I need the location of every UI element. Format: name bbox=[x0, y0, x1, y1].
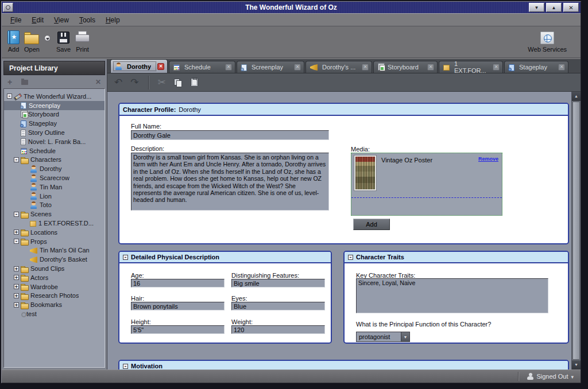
vertical-scrollbar[interactable]: ▲ ▼ bbox=[571, 92, 581, 369]
tree-item-novel[interactable]: Novel: L. Frank Ba... bbox=[4, 137, 105, 146]
print-button[interactable]: Print bbox=[75, 29, 90, 53]
collapse-icon[interactable] bbox=[123, 364, 128, 369]
tab-dorothy[interactable]: Dorothy bbox=[110, 59, 168, 73]
tree-item-sound-clips[interactable]: Sound Clips bbox=[4, 264, 105, 273]
tree-item-locations[interactable]: Locations bbox=[4, 228, 105, 237]
caret-down-icon[interactable] bbox=[571, 373, 574, 380]
panel-title: Character Traits bbox=[356, 254, 404, 260]
media-item-title: Vintage Oz Poster bbox=[381, 157, 432, 164]
add-item-icon[interactable] bbox=[7, 77, 12, 87]
tree-item-bookmarks[interactable]: Bookmarks bbox=[4, 300, 105, 309]
remove-link[interactable]: Remove bbox=[478, 156, 498, 162]
scroll-down-icon[interactable]: ▼ bbox=[572, 360, 581, 369]
save-label: Save bbox=[56, 46, 71, 53]
web-services-button[interactable]: Web Services bbox=[528, 29, 567, 53]
collapse-icon[interactable] bbox=[14, 157, 19, 162]
minimize-icon[interactable] bbox=[529, 3, 544, 12]
expand-icon[interactable] bbox=[14, 284, 19, 289]
maximize-icon[interactable] bbox=[546, 3, 562, 12]
tree-item-project-root[interactable]: The Wonderful Wizard... bbox=[4, 92, 105, 101]
tree-item-basket[interactable]: Dorothy's Basket bbox=[4, 255, 105, 264]
tab-close-icon[interactable] bbox=[294, 64, 301, 71]
tab-label: Stageplay bbox=[519, 64, 547, 71]
tree-item-lion[interactable]: Lion bbox=[4, 192, 105, 201]
menu-help[interactable]: Help bbox=[100, 14, 125, 26]
expand-icon[interactable] bbox=[14, 266, 19, 271]
expand-icon[interactable] bbox=[14, 275, 19, 280]
expand-icon[interactable] bbox=[14, 293, 19, 298]
tab-dorothys-basket[interactable]: Dorothy's ... bbox=[305, 61, 372, 73]
new-folder-icon[interactable] bbox=[21, 80, 28, 85]
tree-item-dorothy[interactable]: Dorothy bbox=[4, 164, 105, 173]
tree-item-research-photos[interactable]: Research Photos bbox=[4, 291, 105, 301]
tab-storyboard[interactable]: Storyboard bbox=[373, 61, 438, 73]
tree-item-wardrobe[interactable]: Wardrobe bbox=[4, 282, 105, 291]
collapse-icon[interactable] bbox=[14, 239, 19, 244]
tree-item-characters[interactable]: Characters bbox=[4, 155, 105, 165]
save-button[interactable]: Save bbox=[56, 29, 71, 53]
tree-item-tin-man[interactable]: Tin Man bbox=[4, 182, 105, 192]
add-button[interactable]: Add bbox=[7, 29, 20, 53]
menu-tools[interactable]: Tools bbox=[74, 14, 100, 26]
tree-item-story-outline[interactable]: Story Outline bbox=[4, 128, 105, 137]
tree-item-actors[interactable]: Actors bbox=[4, 273, 105, 282]
close-icon[interactable] bbox=[563, 3, 579, 12]
tab-stageplay[interactable]: Stageplay bbox=[504, 61, 568, 73]
tree-item-oil-can[interactable]: Tin Man's Oil Can bbox=[4, 246, 105, 255]
undo-icon[interactable] bbox=[114, 77, 122, 87]
tab-close-icon[interactable] bbox=[362, 64, 369, 71]
description-textarea[interactable]: Dorothy is a small town girl from Kansas… bbox=[131, 153, 329, 211]
tree-item-test[interactable]: test bbox=[4, 309, 105, 318]
tree-item-props[interactable]: Props bbox=[4, 237, 105, 246]
open-dropdown-icon[interactable] bbox=[44, 35, 51, 41]
tree-item-scene-1[interactable]: 1 EXT.FOREST.D... bbox=[4, 219, 105, 228]
expand-icon[interactable] bbox=[14, 229, 19, 235]
tab-close-icon[interactable] bbox=[427, 64, 434, 71]
menu-file[interactable]: File bbox=[5, 14, 26, 26]
principal-function-select[interactable]: protagonist bbox=[356, 332, 410, 342]
tree-item-storyboard[interactable]: Storyboard bbox=[4, 110, 105, 119]
signed-out-label[interactable]: Signed Out bbox=[536, 373, 568, 380]
media-thumbnail[interactable] bbox=[354, 155, 376, 190]
tree-item-toto[interactable]: Toto bbox=[4, 201, 105, 210]
cut-icon[interactable] bbox=[158, 77, 166, 87]
tree-item-scenes[interactable]: Scenes bbox=[4, 209, 105, 219]
redo-icon[interactable] bbox=[130, 77, 138, 87]
full-name-input[interactable] bbox=[131, 130, 329, 140]
height-label: Height: bbox=[131, 318, 151, 325]
copy-icon[interactable] bbox=[174, 79, 183, 87]
tree-item-schedule[interactable]: Schedule bbox=[4, 146, 105, 155]
chevron-down-icon[interactable] bbox=[401, 332, 409, 341]
menu-edit[interactable]: Edit bbox=[26, 14, 49, 26]
paste-icon[interactable] bbox=[191, 78, 198, 87]
tree-item-scarecrow[interactable]: Scarecrow bbox=[4, 173, 105, 182]
collapse-icon[interactable] bbox=[123, 255, 128, 260]
age-input[interactable] bbox=[131, 279, 225, 287]
scroll-up-icon[interactable]: ▲ bbox=[572, 92, 581, 101]
key-traits-textarea[interactable]: Sincere, Loyal, Naive bbox=[356, 278, 548, 313]
collapse-icon[interactable] bbox=[7, 94, 12, 99]
tab-schedule[interactable]: Schedule bbox=[169, 61, 235, 73]
tab-screenplay[interactable]: Screenplay bbox=[237, 61, 304, 73]
tab-close-icon[interactable] bbox=[558, 64, 565, 71]
collapse-icon[interactable] bbox=[14, 212, 19, 217]
menu-view[interactable]: View bbox=[49, 14, 74, 26]
eyes-input[interactable] bbox=[231, 302, 325, 310]
tab-close-icon[interactable] bbox=[225, 64, 232, 71]
open-button[interactable]: Open bbox=[24, 29, 40, 53]
add-media-button[interactable]: Add bbox=[353, 219, 390, 230]
height-input[interactable] bbox=[131, 325, 225, 334]
tab-close-icon[interactable] bbox=[493, 64, 500, 71]
tree-item-stageplay[interactable]: Stageplay bbox=[4, 119, 105, 128]
hair-input[interactable] bbox=[131, 302, 225, 310]
window-menu-icon[interactable] bbox=[3, 3, 13, 12]
tab-close-icon[interactable] bbox=[157, 63, 164, 70]
scrollbar-thumb[interactable] bbox=[572, 102, 580, 360]
weight-input[interactable] bbox=[231, 325, 325, 334]
expand-icon[interactable] bbox=[14, 302, 19, 308]
distinguishing-features-input[interactable] bbox=[231, 279, 325, 287]
collapse-icon[interactable] bbox=[348, 255, 353, 260]
tab-scene-1[interactable]: 1 EXT.FOR... bbox=[439, 61, 503, 73]
remove-item-icon[interactable] bbox=[95, 78, 101, 86]
tree-item-screenplay[interactable]: Screenplay bbox=[4, 101, 105, 110]
